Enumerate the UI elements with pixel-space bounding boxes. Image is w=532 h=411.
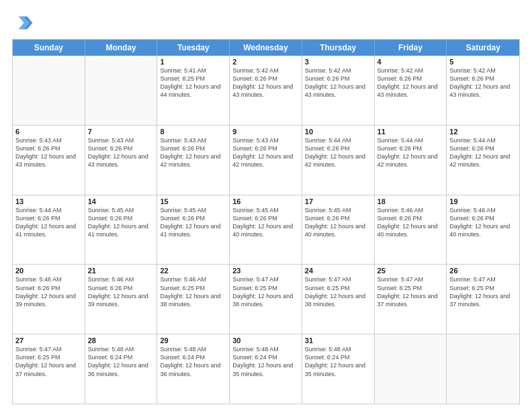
calendar-day-cell: 25Sunrise: 5:47 AM Sunset: 6:25 PM Dayli… [375,265,447,334]
calendar-day-cell [375,334,447,404]
calendar-day-cell: 4Sunrise: 5:42 AM Sunset: 6:26 PM Daylig… [375,56,447,125]
page: SundayMondayTuesdayWednesdayThursdayFrid… [0,0,532,411]
day-number: 8 [160,128,226,136]
day-number: 6 [15,128,82,136]
day-info: Sunrise: 5:42 AM Sunset: 6:26 PM Dayligh… [232,66,299,99]
day-info: Sunrise: 5:44 AM Sunset: 6:26 PM Dayligh… [449,136,517,169]
calendar: SundayMondayTuesdayWednesdayThursdayFrid… [12,39,520,404]
day-info: Sunrise: 5:45 AM Sunset: 6:26 PM Dayligh… [305,206,371,239]
calendar-day-cell: 11Sunrise: 5:44 AM Sunset: 6:26 PM Dayli… [375,126,447,195]
calendar-day-cell: 13Sunrise: 5:44 AM Sunset: 6:26 PM Dayli… [13,195,85,265]
day-number: 24 [305,267,371,275]
logo-icon [12,12,34,34]
day-info: Sunrise: 5:46 AM Sunset: 6:26 PM Dayligh… [449,206,517,239]
weekday-header: Tuesday [157,40,230,56]
weekday-header: Friday [375,40,447,56]
day-number: 15 [160,197,226,205]
day-info: Sunrise: 5:46 AM Sunset: 6:26 PM Dayligh… [15,275,82,308]
calendar-day-cell: 19Sunrise: 5:46 AM Sunset: 6:26 PM Dayli… [447,195,519,265]
day-info: Sunrise: 5:47 AM Sunset: 6:25 PM Dayligh… [15,345,82,378]
calendar-day-cell: 5Sunrise: 5:42 AM Sunset: 6:26 PM Daylig… [447,56,519,125]
day-number: 19 [449,197,517,205]
calendar-day-cell: 1Sunrise: 5:41 AM Sunset: 6:25 PM Daylig… [157,56,230,125]
day-number: 17 [305,197,371,205]
calendar-day-cell: 22Sunrise: 5:46 AM Sunset: 6:25 PM Dayli… [157,265,230,334]
day-info: Sunrise: 5:43 AM Sunset: 6:26 PM Dayligh… [88,136,154,169]
day-info: Sunrise: 5:45 AM Sunset: 6:26 PM Dayligh… [88,206,154,239]
day-info: Sunrise: 5:42 AM Sunset: 6:26 PM Dayligh… [378,66,444,99]
calendar-week-row: 27Sunrise: 5:47 AM Sunset: 6:25 PM Dayli… [13,334,519,404]
calendar-week-row: 6Sunrise: 5:43 AM Sunset: 6:26 PM Daylig… [13,125,519,195]
day-number: 28 [88,336,154,345]
day-info: Sunrise: 5:44 AM Sunset: 6:26 PM Dayligh… [15,206,82,239]
header [12,12,520,34]
calendar-day-cell: 20Sunrise: 5:46 AM Sunset: 6:26 PM Dayli… [13,265,85,334]
calendar-week-row: 1Sunrise: 5:41 AM Sunset: 6:25 PM Daylig… [13,56,519,125]
calendar-week-row: 20Sunrise: 5:46 AM Sunset: 6:26 PM Dayli… [13,264,519,334]
weekday-header: Sunday [13,40,85,56]
calendar-day-cell: 9Sunrise: 5:43 AM Sunset: 6:26 PM Daylig… [230,126,302,195]
day-info: Sunrise: 5:43 AM Sunset: 6:26 PM Dayligh… [232,136,299,169]
calendar-day-cell: 30Sunrise: 5:48 AM Sunset: 6:24 PM Dayli… [230,334,302,404]
day-number: 29 [160,336,226,345]
day-info: Sunrise: 5:46 AM Sunset: 6:26 PM Dayligh… [378,206,444,239]
day-number: 14 [88,197,154,205]
day-info: Sunrise: 5:44 AM Sunset: 6:26 PM Dayligh… [378,136,444,169]
day-number: 23 [232,267,299,275]
day-info: Sunrise: 5:48 AM Sunset: 6:24 PM Dayligh… [232,345,299,378]
day-number: 1 [160,58,226,66]
day-number: 10 [305,128,371,136]
calendar-day-cell [85,56,158,125]
calendar-day-cell: 10Sunrise: 5:44 AM Sunset: 6:26 PM Dayli… [302,126,375,195]
calendar-day-cell: 6Sunrise: 5:43 AM Sunset: 6:26 PM Daylig… [13,126,85,195]
day-number: 4 [378,58,444,66]
day-info: Sunrise: 5:46 AM Sunset: 6:25 PM Dayligh… [160,275,226,308]
day-number: 13 [15,197,82,205]
weekday-header: Monday [85,40,158,56]
day-number: 31 [305,336,371,345]
calendar-day-cell: 18Sunrise: 5:46 AM Sunset: 6:26 PM Dayli… [375,195,447,265]
calendar-day-cell: 8Sunrise: 5:43 AM Sunset: 6:26 PM Daylig… [157,126,230,195]
calendar-day-cell: 21Sunrise: 5:46 AM Sunset: 6:26 PM Dayli… [85,265,158,334]
day-info: Sunrise: 5:45 AM Sunset: 6:26 PM Dayligh… [160,206,226,239]
calendar-day-cell: 28Sunrise: 5:48 AM Sunset: 6:24 PM Dayli… [85,334,158,404]
calendar-header: SundayMondayTuesdayWednesdayThursdayFrid… [13,40,519,56]
day-number: 16 [232,197,299,205]
day-number: 3 [305,58,371,66]
calendar-day-cell: 16Sunrise: 5:45 AM Sunset: 6:26 PM Dayli… [230,195,302,265]
day-number: 26 [449,267,517,275]
calendar-day-cell [447,334,519,404]
calendar-body: 1Sunrise: 5:41 AM Sunset: 6:25 PM Daylig… [13,56,519,404]
day-info: Sunrise: 5:42 AM Sunset: 6:26 PM Dayligh… [305,66,371,99]
day-number: 7 [88,128,154,136]
calendar-day-cell: 14Sunrise: 5:45 AM Sunset: 6:26 PM Dayli… [85,195,158,265]
day-info: Sunrise: 5:47 AM Sunset: 6:25 PM Dayligh… [449,275,517,308]
day-number: 30 [232,336,299,345]
calendar-day-cell: 7Sunrise: 5:43 AM Sunset: 6:26 PM Daylig… [85,126,158,195]
calendar-day-cell: 31Sunrise: 5:48 AM Sunset: 6:24 PM Dayli… [302,334,375,404]
day-number: 21 [88,267,154,275]
day-number: 12 [449,128,517,136]
day-number: 27 [15,336,82,345]
weekday-header: Thursday [302,40,375,56]
day-info: Sunrise: 5:47 AM Sunset: 6:25 PM Dayligh… [232,275,299,308]
day-info: Sunrise: 5:45 AM Sunset: 6:26 PM Dayligh… [232,206,299,239]
calendar-day-cell: 17Sunrise: 5:45 AM Sunset: 6:26 PM Dayli… [302,195,375,265]
calendar-day-cell: 23Sunrise: 5:47 AM Sunset: 6:25 PM Dayli… [230,265,302,334]
calendar-day-cell: 12Sunrise: 5:44 AM Sunset: 6:26 PM Dayli… [447,126,519,195]
day-info: Sunrise: 5:47 AM Sunset: 6:25 PM Dayligh… [305,275,371,308]
calendar-day-cell [13,56,85,125]
day-number: 2 [232,58,299,66]
weekday-header: Wednesday [230,40,302,56]
day-info: Sunrise: 5:44 AM Sunset: 6:26 PM Dayligh… [305,136,371,169]
calendar-day-cell: 29Sunrise: 5:48 AM Sunset: 6:24 PM Dayli… [157,334,230,404]
day-number: 18 [378,197,444,205]
calendar-day-cell: 15Sunrise: 5:45 AM Sunset: 6:26 PM Dayli… [157,195,230,265]
day-info: Sunrise: 5:48 AM Sunset: 6:24 PM Dayligh… [160,345,226,378]
day-info: Sunrise: 5:42 AM Sunset: 6:26 PM Dayligh… [449,66,517,99]
day-info: Sunrise: 5:43 AM Sunset: 6:26 PM Dayligh… [15,136,82,169]
weekday-header: Saturday [447,40,519,56]
calendar-day-cell: 24Sunrise: 5:47 AM Sunset: 6:25 PM Dayli… [302,265,375,334]
calendar-day-cell: 26Sunrise: 5:47 AM Sunset: 6:25 PM Dayli… [447,265,519,334]
day-number: 11 [378,128,444,136]
